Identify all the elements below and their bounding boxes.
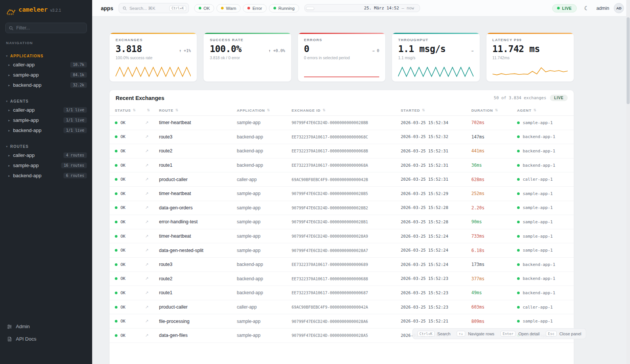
stat-card-success-rate[interactable]: SUCCESS RATE 100.0% ↑ +0.0% 3.818 ok / 0… [203, 32, 291, 82]
time-range-7d[interactable] [351, 7, 360, 10]
sidebar-item-sample-app[interactable]: ▸ sample-app 16 routes [0, 160, 92, 170]
table-row[interactable]: OK ↗ data-gen-nested-split sample-app 90… [110, 243, 574, 258]
open-detail-icon[interactable]: ↗ [145, 333, 159, 338]
table-row[interactable]: OK ↗ timer-heartbeat sample-app 90799F47… [110, 116, 574, 130]
column-label: DURATION [471, 108, 493, 112]
sidebar-item-sample-app[interactable]: ▸ sample-app 84.1k [0, 70, 92, 80]
column-header-route[interactable]: ROUTE⇅ [159, 108, 237, 112]
filter-pill-running[interactable]: Running [269, 4, 299, 12]
table-row[interactable]: OK ↗ error-handling-test sample-app 9079… [110, 215, 574, 229]
sidebar-footer-item-api-docs[interactable]: API Docs [6, 333, 86, 344]
table-row[interactable]: OK ↗ file-processing sample-app 90799F47… [110, 314, 574, 329]
avatar[interactable]: AD [614, 3, 624, 13]
sidebar-item-caller-app[interactable]: ▸ caller-app 1/1 live [0, 105, 92, 115]
sidebar-section-title: APPLICATIONS [10, 54, 43, 58]
scrollbar-thumb[interactable] [627, 17, 630, 104]
dark-mode-toggle[interactable]: ☾ [581, 3, 592, 14]
moon-icon: ☾ [584, 5, 589, 12]
open-detail-icon[interactable]: ↗ [145, 220, 159, 224]
stat-card-errors[interactable]: ERRORS 0 → 0 0 errors in selected period [298, 32, 386, 82]
open-detail-icon[interactable]: ↗ [145, 234, 159, 239]
sidebar-footer-item-admin[interactable]: Admin [6, 321, 86, 332]
table-row[interactable]: OK ↗ route3 backend-app EE7322370A10617-… [110, 258, 574, 272]
time-range-1h[interactable] [306, 7, 314, 10]
table-row[interactable]: OK ↗ data-gen-orders sample-app 90799F47… [110, 201, 574, 215]
open-detail-icon[interactable]: ↗ [145, 177, 159, 182]
table-row[interactable]: OK ↗ product-caller caller-app 69AC90BF8… [110, 300, 574, 315]
stat-card-exchanges[interactable]: EXCHANGES 3.818 ↑ +1% 100.0% success rat… [109, 32, 197, 82]
sort-icon: ⇅ [175, 108, 179, 112]
table-row[interactable]: OK ↗ route2 backend-app EE7322370A10617-… [110, 272, 574, 286]
open-detail-icon[interactable]: ↗ [145, 248, 159, 253]
open-detail-icon[interactable]: ↗ [145, 120, 159, 125]
nav-item-badge: 32.2k [70, 82, 87, 88]
application-cell: backend-app [237, 290, 292, 295]
time-range-6h[interactable] [324, 7, 332, 10]
search-input[interactable] [130, 6, 167, 11]
column-header-duration[interactable]: DURATION⇅ [471, 108, 517, 112]
keyboard-hint: Esc Close panel [546, 331, 581, 336]
table-row[interactable]: OK ↗ product-caller caller-app 69AC90BF8… [110, 172, 574, 187]
sidebar-section-title: AGENTS [10, 99, 29, 103]
agent-cell: sample-app-1 [517, 120, 574, 125]
application-cell: caller-app [237, 304, 292, 310]
table-row[interactable]: OK ↗ timer-heartbeat sample-app 90799F47… [110, 187, 574, 201]
sidebar-item-backend-app[interactable]: ▸ backend-app 32.2k [0, 80, 92, 90]
agent-cell: backend-app-1 [517, 262, 574, 267]
column-header-agent[interactable]: AGENT⇅ [517, 108, 574, 112]
sort-icon: ⇅ [495, 108, 498, 112]
column-header-icon[interactable]: ⇅ [145, 108, 159, 112]
column-header-exchange-id[interactable]: EXCHANGE ID⇅ [292, 108, 401, 112]
stat-card-throughput[interactable]: THROUGHPUT 1.1 msg/s → 1.1 msg/s [392, 32, 480, 82]
sidebar-section-header[interactable]: ▾ ROUTES [0, 143, 92, 150]
filter-pill-ok[interactable]: OK [194, 4, 215, 12]
date-range: 25. März 14:52 — now [360, 6, 418, 11]
agent-status-dot [517, 277, 520, 280]
sidebar-filter-input[interactable] [5, 23, 87, 33]
open-detail-icon[interactable]: ↗ [145, 305, 159, 310]
filter-pill-error[interactable]: Error [243, 4, 267, 12]
sidebar-item-backend-app[interactable]: ▸ backend-app 1/1 live [0, 125, 92, 135]
table-row[interactable]: OK ↗ timer-heartbeat sample-app 90799F47… [110, 229, 574, 244]
table-row[interactable]: OK ↗ route2 backend-app EE7322370A10617-… [110, 144, 574, 158]
open-detail-icon[interactable]: ↗ [145, 290, 159, 295]
open-detail-icon[interactable]: ↗ [145, 205, 159, 210]
open-detail-icon[interactable]: ↗ [145, 319, 159, 324]
open-detail-icon[interactable]: ↗ [145, 262, 159, 267]
sidebar-item-caller-app[interactable]: ▸ caller-app 10.7k [0, 60, 92, 70]
sidebar-section-header[interactable]: ▾ APPLICATIONS [0, 52, 92, 60]
status-dot [115, 221, 117, 223]
time-range-today[interactable] [333, 7, 341, 10]
sidebar-item-caller-app[interactable]: ▸ caller-app 4 routes [0, 150, 92, 160]
column-header-application[interactable]: APPLICATION⇅ [237, 108, 292, 112]
open-detail-icon[interactable]: ↗ [145, 191, 159, 196]
sidebar-item-sample-app[interactable]: ▸ sample-app 1/1 live [0, 115, 92, 125]
logo[interactable]: cameleer v3.2.1 [0, 0, 92, 19]
open-detail-icon[interactable]: ↗ [145, 163, 159, 168]
agent-status-dot [517, 206, 520, 209]
application-cell: sample-app [237, 191, 292, 196]
open-detail-icon[interactable]: ↗ [145, 276, 159, 281]
stat-title: EXCHANGES [116, 38, 191, 42]
global-search[interactable]: Ctrl+K [119, 3, 189, 13]
sidebar-item-backend-app[interactable]: ▸ backend-app 6 routes [0, 170, 92, 181]
started-cell: 2026-03-25 15:52:29 [401, 191, 471, 196]
stat-card-latency-p99[interactable]: LATENCY P99 11.742 ms 11.742ms [486, 32, 574, 82]
open-detail-icon[interactable]: ↗ [145, 149, 159, 154]
nav-item-label: caller-app [13, 62, 67, 68]
duration-cell: 809ms [471, 319, 517, 324]
column-header-started[interactable]: STARTED⇅ [401, 108, 471, 112]
open-detail-icon[interactable]: ↗ [145, 134, 159, 139]
sort-icon: ⇅ [323, 108, 326, 112]
column-header-status[interactable]: STATUS⇅ [115, 108, 145, 112]
live-toggle[interactable]: LIVE [552, 4, 577, 12]
scrollbar-track[interactable] [626, 0, 630, 364]
table-row[interactable]: OK ↗ route1 backend-app EE7322370A10617-… [110, 286, 574, 300]
sidebar-section-header[interactable]: ▾ AGENTS [0, 98, 92, 105]
filter-pill-warn[interactable]: Warn [216, 4, 241, 12]
table-row[interactable]: OK ↗ route3 backend-app EE7322370A10617-… [110, 130, 574, 144]
time-range-3h[interactable] [315, 7, 323, 10]
time-range-24h[interactable] [342, 7, 351, 10]
agent-cell: backend-app-1 [517, 149, 574, 154]
table-row[interactable]: OK ↗ route1 backend-app EE7322370A10617-… [110, 158, 574, 173]
